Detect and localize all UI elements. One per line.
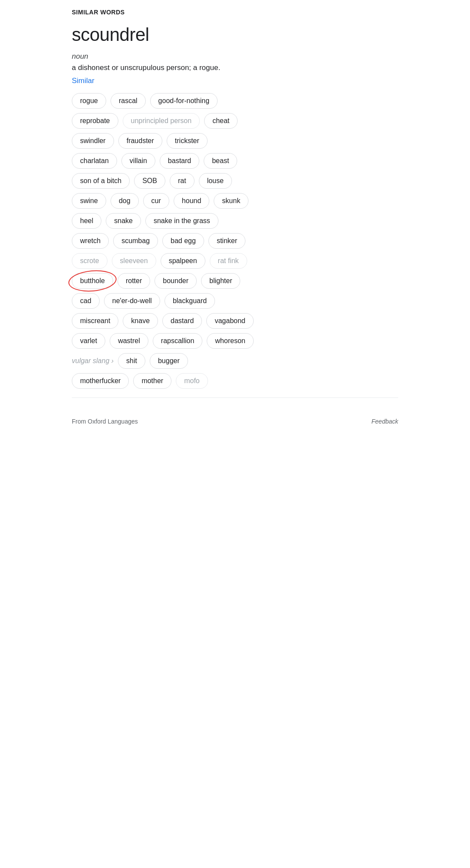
tag-wastrel[interactable]: wastrel bbox=[110, 333, 148, 349]
tag-blighter[interactable]: blighter bbox=[201, 273, 240, 289]
tag-bastard[interactable]: bastard bbox=[160, 153, 199, 169]
circled-tag-wrapper: butthole bbox=[72, 273, 113, 289]
tags-row-15: motherfucker mother mofo bbox=[72, 373, 398, 389]
tag-rat[interactable]: rat bbox=[170, 173, 195, 189]
tags-row-11: cad ne'er-do-well blackguard bbox=[72, 293, 398, 309]
tag-dastard[interactable]: dastard bbox=[162, 313, 202, 329]
tag-butthole[interactable]: butthole bbox=[72, 273, 113, 289]
tag-mofo[interactable]: mofo bbox=[176, 373, 208, 389]
tag-bounder[interactable]: bounder bbox=[154, 273, 197, 289]
vulgar-slang-label[interactable]: vulgar slang › bbox=[72, 357, 114, 365]
word-title: scoundrel bbox=[72, 24, 398, 45]
tag-knave[interactable]: knave bbox=[123, 313, 158, 329]
tag-reprobate[interactable]: reprobate bbox=[72, 113, 118, 129]
feedback-link[interactable]: Feedback bbox=[372, 418, 398, 425]
tags-row-8: wretch scumbag bad egg stinker bbox=[72, 233, 398, 249]
tag-shit[interactable]: shit bbox=[118, 353, 145, 369]
tags-row-2: reprobate unprincipled person cheat bbox=[72, 113, 398, 129]
tag-neer-do-well[interactable]: ne'er-do-well bbox=[104, 293, 160, 309]
definition: a dishonest or unscrupulous person; a ro… bbox=[72, 63, 398, 72]
tag-son-of-a-bitch[interactable]: son of a bitch bbox=[72, 173, 130, 189]
tag-swindler[interactable]: swindler bbox=[72, 133, 114, 149]
tags-row-10: butthole rotter bounder blighter bbox=[72, 273, 398, 289]
tag-stinker[interactable]: stinker bbox=[208, 233, 245, 249]
tag-unprincipled-person[interactable]: unprincipled person bbox=[123, 113, 200, 129]
footer: From Oxford Languages Feedback bbox=[72, 414, 398, 425]
tag-bad-egg[interactable]: bad egg bbox=[162, 233, 204, 249]
tags-row-6: swine dog cur hound skunk bbox=[72, 193, 398, 209]
tag-charlatan[interactable]: charlatan bbox=[72, 153, 117, 169]
tag-louse[interactable]: louse bbox=[199, 173, 232, 189]
tag-whoreson[interactable]: whoreson bbox=[207, 333, 253, 349]
tag-rotter[interactable]: rotter bbox=[118, 273, 150, 289]
tag-scumbag[interactable]: scumbag bbox=[113, 233, 158, 249]
tag-good-for-nothing[interactable]: good-for-nothing bbox=[150, 93, 218, 109]
tags-row-9: scrote sleeveen spalpeen rat fink bbox=[72, 253, 398, 269]
tag-snake-in-the-grass[interactable]: snake in the grass bbox=[145, 213, 218, 229]
footer-source: From Oxford Languages bbox=[72, 418, 138, 425]
similar-link[interactable]: Similar bbox=[72, 77, 398, 85]
tag-scrote[interactable]: scrote bbox=[72, 253, 107, 269]
tag-rogue[interactable]: rogue bbox=[72, 93, 106, 109]
tags-row-7: heel snake snake in the grass bbox=[72, 213, 398, 229]
tags-row-5: son of a bitch SOB rat louse bbox=[72, 173, 398, 189]
tags-row-4: charlatan villain bastard beast bbox=[72, 153, 398, 169]
tag-vagabond[interactable]: vagabond bbox=[206, 313, 253, 329]
tags-row-12: miscreant knave dastard vagabond bbox=[72, 313, 398, 329]
tag-villain[interactable]: villain bbox=[121, 153, 155, 169]
tag-varlet[interactable]: varlet bbox=[72, 333, 105, 349]
tag-skunk[interactable]: skunk bbox=[214, 193, 248, 209]
tag-spalpeen[interactable]: spalpeen bbox=[161, 253, 205, 269]
tag-miscreant[interactable]: miscreant bbox=[72, 313, 118, 329]
tag-sleeveen[interactable]: sleeveen bbox=[112, 253, 156, 269]
tag-rapscallion[interactable]: rapscallion bbox=[153, 333, 202, 349]
tags-section: rogue rascal good-for-nothing reprobate … bbox=[72, 93, 398, 389]
tag-dog[interactable]: dog bbox=[111, 193, 139, 209]
tag-rascal[interactable]: rascal bbox=[111, 93, 146, 109]
tag-cur[interactable]: cur bbox=[143, 193, 169, 209]
tag-cad[interactable]: cad bbox=[72, 293, 100, 309]
tag-mother[interactable]: mother bbox=[133, 373, 171, 389]
tag-heel[interactable]: heel bbox=[72, 213, 101, 229]
tag-blackguard[interactable]: blackguard bbox=[164, 293, 215, 309]
section-title: SIMILAR WORDS bbox=[72, 9, 398, 16]
tags-row-1: rogue rascal good-for-nothing bbox=[72, 93, 398, 109]
tag-cheat[interactable]: cheat bbox=[204, 113, 238, 129]
part-of-speech: noun bbox=[72, 52, 398, 61]
tag-snake[interactable]: snake bbox=[106, 213, 141, 229]
tag-wretch[interactable]: wretch bbox=[72, 233, 109, 249]
tags-row-3: swindler fraudster trickster bbox=[72, 133, 398, 149]
tag-rat-fink[interactable]: rat fink bbox=[210, 253, 247, 269]
tags-row-13: varlet wastrel rapscallion whoreson bbox=[72, 333, 398, 349]
footer-divider bbox=[72, 397, 398, 398]
tags-row-14: vulgar slang › shit bugger bbox=[72, 353, 398, 369]
tag-sob[interactable]: SOB bbox=[134, 173, 165, 189]
tag-beast[interactable]: beast bbox=[204, 153, 237, 169]
tag-bugger[interactable]: bugger bbox=[150, 353, 188, 369]
tag-trickster[interactable]: trickster bbox=[167, 133, 208, 149]
tag-fraudster[interactable]: fraudster bbox=[118, 133, 162, 149]
tag-swine[interactable]: swine bbox=[72, 193, 106, 209]
tag-hound[interactable]: hound bbox=[174, 193, 210, 209]
tag-motherfucker[interactable]: motherfucker bbox=[72, 373, 129, 389]
